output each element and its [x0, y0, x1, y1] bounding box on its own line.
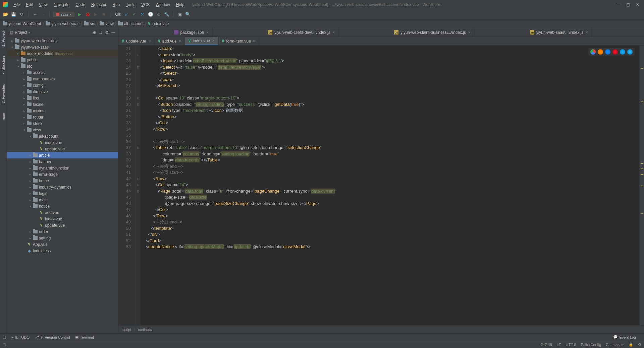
git-compare-icon[interactable]: ⤲	[140, 11, 146, 17]
save-icon[interactable]: 💾	[11, 11, 17, 17]
project-tree[interactable]: yiyun-web-client-devyiyun-web-saasnode_m…	[7, 37, 118, 333]
crumb-item[interactable]: script	[122, 328, 131, 332]
run-config-selector[interactable]: saas ▾	[53, 12, 74, 17]
tree-item[interactable]: setting	[7, 235, 118, 241]
tree-item[interactable]: error-page	[7, 171, 118, 178]
tree-item[interactable]: directive	[7, 88, 118, 95]
menu-file[interactable]: File	[11, 2, 22, 8]
tree-item[interactable]: config	[7, 82, 118, 88]
git-history-icon[interactable]: 🕘	[148, 11, 154, 17]
git-update-icon[interactable]: ↙	[123, 11, 129, 17]
back-icon[interactable]: ←	[32, 11, 38, 17]
tree-item[interactable]: ◆index.less	[7, 248, 118, 254]
tree-item[interactable]: login	[7, 190, 118, 197]
open-icon[interactable]: 📂	[3, 11, 9, 17]
bottom-tool-versioncontrol[interactable]: ⎇9: Version Control	[35, 335, 70, 339]
forward-icon[interactable]: →	[40, 11, 46, 17]
tool-window-favorites[interactable]: 2: Favorites	[1, 83, 5, 105]
tool-window-project[interactable]: 1: Project	[1, 29, 5, 48]
close-icon[interactable]: ✕	[636, 2, 639, 7]
tree-item[interactable]: main	[7, 197, 118, 203]
search-icon[interactable]: 🔍	[185, 11, 191, 17]
tree-item[interactable]: notice	[7, 203, 118, 209]
toggle-tools-icon[interactable]: ▢	[3, 342, 7, 347]
tree-item[interactable]: VApp.vue	[7, 241, 118, 248]
nav-crumb[interactable]: src	[84, 21, 95, 26]
tree-item[interactable]: yiyun-web-saas	[7, 44, 118, 50]
caret-position[interactable]: 247:48	[541, 343, 552, 347]
tree-item[interactable]: store	[7, 120, 118, 127]
tab-close-icon[interactable]: ✕	[212, 39, 215, 43]
chrome-icon[interactable]	[590, 49, 596, 55]
safari-icon[interactable]	[605, 49, 610, 55]
tool-window-npm[interactable]: npm	[1, 112, 5, 121]
coverage-icon[interactable]: ▶	[93, 11, 99, 17]
tree-item[interactable]: Vindex.vue	[7, 139, 118, 146]
lock-icon[interactable]: 🔒	[629, 342, 633, 347]
menu-code[interactable]: Code	[73, 2, 88, 8]
tree-item[interactable]: dynamic-function	[7, 165, 118, 171]
tool-window-structure[interactable]: 7: Structure	[1, 54, 5, 76]
collapse-icon[interactable]: ⇊	[99, 30, 102, 35]
menu-refactor[interactable]: Refactor	[89, 2, 109, 8]
tree-item[interactable]: order	[7, 228, 118, 235]
ide-scripting-icon[interactable]: ▣	[177, 11, 183, 17]
tree-item[interactable]: node_moduleslibrary root	[7, 50, 118, 57]
nav-crumb[interactable]: view	[100, 21, 114, 26]
menu-navigate[interactable]: Navigate	[51, 2, 72, 8]
locate-icon[interactable]: ⊕	[93, 30, 96, 35]
run-icon[interactable]: ▶	[76, 11, 83, 17]
tree-item[interactable]: Vadd.vue	[7, 209, 118, 216]
editor-tab[interactable]: Vform-item.vue✕	[218, 37, 259, 45]
event-log[interactable]: 💬Event Log	[613, 335, 636, 339]
memory-icon[interactable]: ♻	[638, 342, 641, 347]
tab-close-icon[interactable]: ✕	[179, 39, 181, 43]
line-separator[interactable]: LF	[557, 343, 561, 347]
tree-item[interactable]: industry-dynamics	[7, 184, 118, 190]
tree-item[interactable]: banner	[7, 158, 118, 165]
editor-tab[interactable]: JSyiyun-web-client-business\...\index.js…	[391, 28, 474, 37]
tree-item[interactable]: view	[7, 127, 118, 133]
tool-window-toggle-icon[interactable]: ▢	[3, 335, 6, 339]
tree-item[interactable]: mixins	[7, 108, 118, 114]
tab-close-icon[interactable]: ✕	[468, 30, 471, 34]
hide-panel-icon[interactable]: —	[111, 30, 115, 35]
editorconfig-status[interactable]: EditorConfig	[581, 343, 601, 347]
fold-gutter[interactable]: ⊟⊟⊟⊟⊟⊟⊟⊟	[136, 46, 141, 325]
editor-tab[interactable]: package.json✕	[171, 28, 213, 37]
maximize-icon[interactable]: ▢	[626, 2, 630, 7]
nav-crumb[interactable]: Vindex.vue	[148, 21, 169, 26]
menu-window[interactable]: Window	[153, 2, 173, 8]
nav-crumb[interactable]: yicloud-WebClient	[3, 21, 41, 26]
editor-tab[interactable]: Vadd.vue✕	[155, 37, 185, 45]
editor-tab[interactable]: JSyiyun-web-client-dev\...\index.js✕	[265, 28, 339, 37]
refresh-icon[interactable]: ⟳	[19, 11, 25, 17]
tree-item[interactable]: router	[7, 114, 118, 120]
tree-item[interactable]: assets	[7, 69, 118, 76]
menu-tools[interactable]: Tools	[123, 2, 138, 8]
editor-tab[interactable]: JSyiyun-web-saas\...\index.js✕	[527, 28, 592, 37]
code-editor[interactable]: 2122232425262728293031323334353637383940…	[118, 46, 644, 325]
git-commit-icon[interactable]: ✓	[131, 11, 138, 17]
tree-item[interactable]: public	[7, 57, 118, 63]
tab-close-icon[interactable]: ✕	[253, 39, 256, 43]
firefox-icon[interactable]	[598, 49, 603, 55]
tree-item[interactable]: Vupdate.vue	[7, 146, 118, 152]
panel-settings-icon[interactable]: ⚙	[105, 30, 109, 35]
menu-run[interactable]: Run	[110, 2, 122, 8]
stop-icon[interactable]: ■	[101, 11, 107, 17]
tree-item[interactable]: Vindex.vue	[7, 216, 118, 222]
nav-crumb[interactable]: yiyun-web-saas	[46, 21, 79, 26]
menu-vcs[interactable]: VCS	[139, 2, 152, 8]
code-content[interactable]: </span> <span slot="body"> <Input v-mode…	[141, 46, 639, 325]
debug-icon[interactable]: 🐞	[85, 11, 91, 17]
ie-icon[interactable]	[620, 49, 625, 55]
opera-icon[interactable]	[612, 49, 618, 55]
editor-tab[interactable]: Vupdate.vue✕	[118, 37, 155, 45]
file-encoding[interactable]: UTF-8	[566, 343, 576, 347]
tree-item[interactable]: src	[7, 63, 118, 69]
tree-item[interactable]: locale	[7, 101, 118, 108]
editor-tab[interactable]: Vindex.vue✕	[185, 37, 219, 45]
tree-item[interactable]: components	[7, 76, 118, 82]
bottom-tool-terminal[interactable]: ▣Terminal	[75, 335, 94, 339]
